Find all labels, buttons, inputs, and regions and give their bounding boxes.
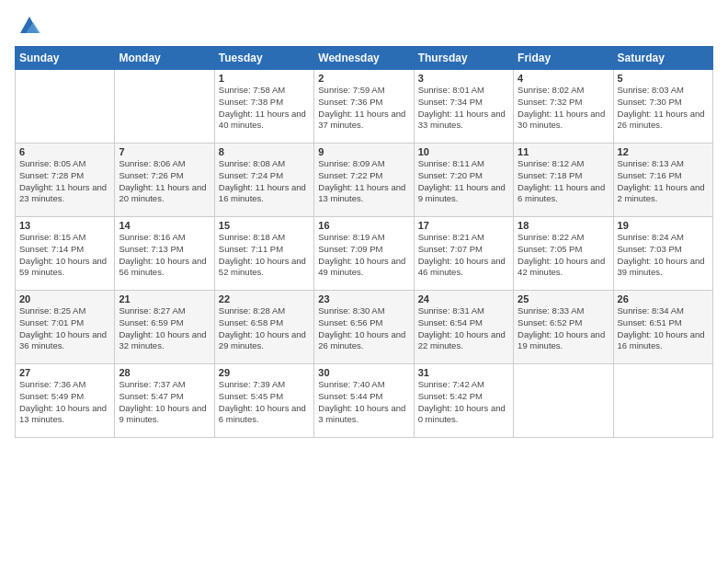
day-info: Sunrise: 8:28 AM Sunset: 6:58 PM Dayligh…: [219, 305, 310, 352]
day-number: 22: [219, 293, 310, 304]
day-number: 11: [518, 146, 609, 157]
day-cell: 26Sunrise: 8:34 AM Sunset: 6:51 PM Dayli…: [613, 291, 712, 364]
day-cell: 8Sunrise: 8:08 AM Sunset: 7:24 PM Daylig…: [214, 144, 313, 217]
day-info: Sunrise: 8:34 AM Sunset: 6:51 PM Dayligh…: [618, 305, 709, 352]
day-number: 10: [418, 146, 509, 157]
day-number: 1: [219, 73, 310, 84]
day-number: 14: [119, 220, 210, 231]
day-number: 5: [618, 73, 709, 84]
header-cell-monday: Monday: [115, 47, 214, 70]
day-number: 25: [518, 293, 609, 304]
day-cell: 22Sunrise: 8:28 AM Sunset: 6:58 PM Dayli…: [214, 291, 313, 364]
calendar-page: SundayMondayTuesdayWednesdayThursdayFrid…: [0, 0, 728, 563]
day-info: Sunrise: 8:27 AM Sunset: 6:59 PM Dayligh…: [119, 305, 210, 352]
day-info: Sunrise: 8:19 AM Sunset: 7:09 PM Dayligh…: [318, 232, 409, 279]
day-cell: 5Sunrise: 8:03 AM Sunset: 7:30 PM Daylig…: [613, 70, 712, 144]
day-cell: 9Sunrise: 8:09 AM Sunset: 7:22 PM Daylig…: [314, 144, 414, 217]
day-number: 2: [318, 73, 409, 84]
day-cell: 3Sunrise: 8:01 AM Sunset: 7:34 PM Daylig…: [414, 70, 513, 144]
day-cell: 11Sunrise: 8:12 AM Sunset: 7:18 PM Dayli…: [514, 144, 613, 217]
day-number: 20: [19, 293, 110, 304]
day-number: 29: [219, 367, 310, 378]
day-cell: 21Sunrise: 8:27 AM Sunset: 6:59 PM Dayli…: [115, 291, 214, 364]
day-number: 28: [119, 367, 210, 378]
day-number: 21: [119, 293, 210, 304]
day-info: Sunrise: 8:11 AM Sunset: 7:20 PM Dayligh…: [418, 158, 509, 205]
day-number: 23: [318, 293, 409, 304]
day-number: 7: [119, 146, 210, 157]
day-number: 30: [318, 367, 409, 378]
day-cell: 29Sunrise: 7:39 AM Sunset: 5:45 PM Dayli…: [214, 364, 313, 438]
day-number: 13: [19, 220, 110, 231]
day-info: Sunrise: 8:15 AM Sunset: 7:14 PM Dayligh…: [19, 232, 110, 279]
day-info: Sunrise: 8:16 AM Sunset: 7:13 PM Dayligh…: [119, 232, 210, 279]
day-cell: [16, 70, 115, 144]
header-cell-saturday: Saturday: [613, 47, 712, 70]
day-cell: 24Sunrise: 8:31 AM Sunset: 6:54 PM Dayli…: [414, 291, 513, 364]
header-cell-tuesday: Tuesday: [214, 47, 313, 70]
day-cell: 10Sunrise: 8:11 AM Sunset: 7:20 PM Dayli…: [414, 144, 513, 217]
day-cell: 19Sunrise: 8:24 AM Sunset: 7:03 PM Dayli…: [613, 217, 712, 291]
day-cell: 16Sunrise: 8:19 AM Sunset: 7:09 PM Dayli…: [314, 217, 414, 291]
day-cell: 2Sunrise: 7:59 AM Sunset: 7:36 PM Daylig…: [314, 70, 414, 144]
day-info: Sunrise: 8:18 AM Sunset: 7:11 PM Dayligh…: [219, 232, 310, 279]
day-number: 31: [418, 367, 509, 378]
day-cell: 28Sunrise: 7:37 AM Sunset: 5:47 PM Dayli…: [115, 364, 214, 438]
day-number: 6: [19, 146, 110, 157]
day-cell: 18Sunrise: 8:22 AM Sunset: 7:05 PM Dayli…: [514, 217, 613, 291]
day-info: Sunrise: 8:05 AM Sunset: 7:28 PM Dayligh…: [19, 158, 110, 205]
week-row-4: 20Sunrise: 8:25 AM Sunset: 7:01 PM Dayli…: [16, 291, 713, 364]
day-cell: 20Sunrise: 8:25 AM Sunset: 7:01 PM Dayli…: [16, 291, 115, 364]
day-number: 8: [219, 146, 310, 157]
day-info: Sunrise: 8:06 AM Sunset: 7:26 PM Dayligh…: [119, 158, 210, 205]
day-cell: [613, 364, 712, 438]
day-info: Sunrise: 8:03 AM Sunset: 7:30 PM Dayligh…: [618, 85, 709, 132]
logo: [15, 13, 42, 39]
calendar-table: SundayMondayTuesdayWednesdayThursdayFrid…: [15, 46, 713, 438]
day-cell: 12Sunrise: 8:13 AM Sunset: 7:16 PM Dayli…: [613, 144, 712, 217]
day-info: Sunrise: 8:01 AM Sunset: 7:34 PM Dayligh…: [418, 85, 509, 132]
day-number: 12: [618, 146, 709, 157]
day-cell: 1Sunrise: 7:58 AM Sunset: 7:38 PM Daylig…: [214, 70, 313, 144]
week-row-5: 27Sunrise: 7:36 AM Sunset: 5:49 PM Dayli…: [16, 364, 713, 438]
day-info: Sunrise: 8:24 AM Sunset: 7:03 PM Dayligh…: [618, 232, 709, 279]
day-cell: 23Sunrise: 8:30 AM Sunset: 6:56 PM Dayli…: [314, 291, 414, 364]
day-info: Sunrise: 8:09 AM Sunset: 7:22 PM Dayligh…: [318, 158, 409, 205]
day-info: Sunrise: 8:22 AM Sunset: 7:05 PM Dayligh…: [518, 232, 609, 279]
header-cell-friday: Friday: [514, 47, 613, 70]
day-info: Sunrise: 7:58 AM Sunset: 7:38 PM Dayligh…: [219, 85, 310, 132]
week-row-1: 1Sunrise: 7:58 AM Sunset: 7:38 PM Daylig…: [16, 70, 713, 144]
day-number: 24: [418, 293, 509, 304]
day-number: 4: [518, 73, 609, 84]
day-info: Sunrise: 8:08 AM Sunset: 7:24 PM Dayligh…: [219, 158, 310, 205]
day-info: Sunrise: 8:13 AM Sunset: 7:16 PM Dayligh…: [618, 158, 709, 205]
day-cell: 30Sunrise: 7:40 AM Sunset: 5:44 PM Dayli…: [314, 364, 414, 438]
day-cell: 15Sunrise: 8:18 AM Sunset: 7:11 PM Dayli…: [214, 217, 313, 291]
day-cell: 7Sunrise: 8:06 AM Sunset: 7:26 PM Daylig…: [115, 144, 214, 217]
day-number: 15: [219, 220, 310, 231]
day-cell: 4Sunrise: 8:02 AM Sunset: 7:32 PM Daylig…: [514, 70, 613, 144]
header-cell-wednesday: Wednesday: [314, 47, 414, 70]
day-info: Sunrise: 8:33 AM Sunset: 6:52 PM Dayligh…: [518, 305, 609, 352]
day-info: Sunrise: 8:25 AM Sunset: 7:01 PM Dayligh…: [19, 305, 110, 352]
day-cell: [115, 70, 214, 144]
header-cell-sunday: Sunday: [16, 47, 115, 70]
day-info: Sunrise: 7:59 AM Sunset: 7:36 PM Dayligh…: [318, 85, 409, 132]
day-cell: 31Sunrise: 7:42 AM Sunset: 5:42 PM Dayli…: [414, 364, 513, 438]
day-cell: 27Sunrise: 7:36 AM Sunset: 5:49 PM Dayli…: [16, 364, 115, 438]
day-number: 18: [518, 220, 609, 231]
day-info: Sunrise: 7:40 AM Sunset: 5:44 PM Dayligh…: [318, 379, 409, 426]
day-number: 16: [318, 220, 409, 231]
logo-icon: [17, 13, 42, 39]
day-cell: [514, 364, 613, 438]
day-cell: 14Sunrise: 8:16 AM Sunset: 7:13 PM Dayli…: [115, 217, 214, 291]
day-info: Sunrise: 8:30 AM Sunset: 6:56 PM Dayligh…: [318, 305, 409, 352]
day-number: 9: [318, 146, 409, 157]
day-number: 3: [418, 73, 509, 84]
day-info: Sunrise: 8:31 AM Sunset: 6:54 PM Dayligh…: [418, 305, 509, 352]
day-info: Sunrise: 7:42 AM Sunset: 5:42 PM Dayligh…: [418, 379, 509, 426]
header-row: SundayMondayTuesdayWednesdayThursdayFrid…: [16, 47, 713, 70]
week-row-3: 13Sunrise: 8:15 AM Sunset: 7:14 PM Dayli…: [16, 217, 713, 291]
day-number: 17: [418, 220, 509, 231]
header: [15, 9, 713, 39]
